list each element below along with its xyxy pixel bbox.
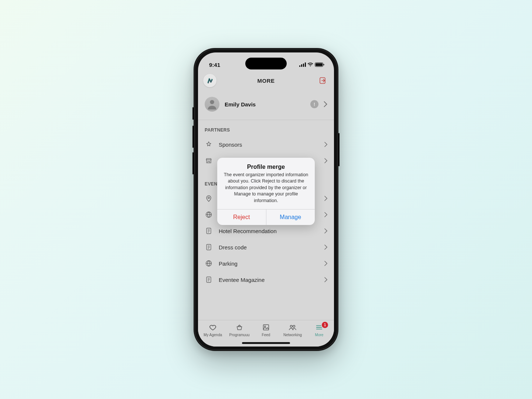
reject-button[interactable]: Reject	[217, 209, 266, 225]
wifi-icon	[307, 62, 313, 67]
dynamic-island	[245, 58, 287, 69]
phone-side-button	[192, 152, 194, 174]
svg-rect-6	[324, 64, 324, 65]
svg-rect-0	[299, 65, 300, 67]
phone-side-button	[192, 107, 194, 120]
dialog-actions: Reject Manage	[217, 209, 315, 225]
phone-frame: 9:41	[194, 48, 338, 351]
phone-side-button	[192, 126, 194, 148]
screen: 9:41	[198, 52, 334, 347]
modal-overlay: Profile merge The event organizer import…	[198, 52, 334, 347]
svg-rect-2	[303, 64, 304, 67]
dialog-message: The event organizer imported information…	[222, 172, 310, 204]
status-right	[299, 62, 324, 67]
dialog-title: Profile merge	[222, 164, 310, 170]
status-time: 9:41	[209, 62, 220, 68]
svg-rect-5	[316, 63, 323, 66]
svg-rect-1	[301, 64, 302, 67]
profile-merge-dialog: Profile merge The event organizer import…	[217, 158, 315, 225]
phone-power-button	[338, 133, 340, 166]
manage-button[interactable]: Manage	[266, 209, 315, 225]
stage: 9:41	[0, 0, 532, 399]
battery-icon	[315, 62, 324, 67]
dialog-body: Profile merge The event organizer import…	[217, 158, 315, 209]
cellular-icon	[299, 62, 306, 67]
svg-rect-3	[305, 62, 306, 67]
